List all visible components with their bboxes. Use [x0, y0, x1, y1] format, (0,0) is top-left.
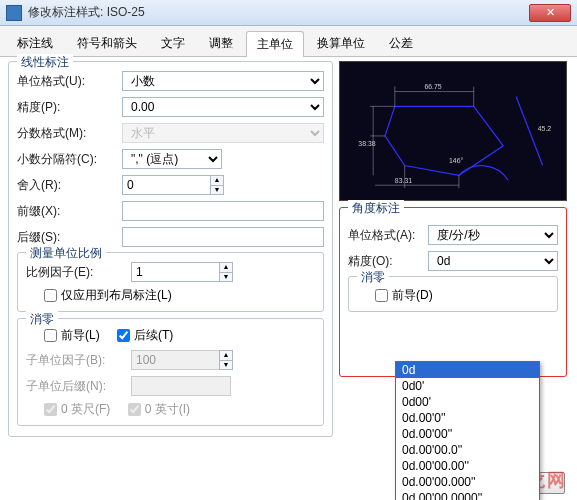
dropdown-option[interactable]: 0d.00'00.00'' — [396, 458, 539, 474]
suffix-input[interactable] — [122, 227, 324, 247]
prefix-label: 前缀(X): — [17, 203, 122, 220]
dropdown-option[interactable]: 0d00' — [396, 394, 539, 410]
spin-down-icon[interactable]: ▼ — [220, 273, 232, 282]
unit-format-label: 单位格式(U): — [17, 73, 122, 90]
linear-dim-group: 线性标注 单位格式(U): 小数 精度(P): 0.00 分数格式(M): 水平… — [8, 61, 333, 437]
tab-tolerances[interactable]: 公差 — [378, 30, 424, 56]
sub-suffix-input — [131, 376, 231, 396]
suffix-label: 后缀(S): — [17, 229, 122, 246]
scale-factor-label: 比例因子(E): — [26, 264, 131, 281]
close-button[interactable]: ✕ — [529, 4, 571, 22]
precision-label: 精度(P): — [17, 99, 122, 116]
dropdown-option[interactable]: 0d — [396, 362, 539, 378]
zero-title: 消零 — [26, 311, 58, 328]
scale-factor-input[interactable] — [131, 262, 219, 282]
tab-fit[interactable]: 调整 — [198, 30, 244, 56]
zero-suppress-group: 消零 前导(L) 后续(T) 子单位因子(B): ▲▼ — [17, 318, 324, 426]
svg-text:66.75: 66.75 — [424, 83, 441, 90]
sub-factor-spinner: ▲▼ — [131, 350, 315, 370]
dropdown-option[interactable]: 0d0' — [396, 378, 539, 394]
dropdown-option[interactable]: 0d.00'00.0'' — [396, 442, 539, 458]
angle-precision-dropdown[interactable]: 0d 0d0' 0d00' 0d.00'0'' 0d.00'00'' 0d.00… — [395, 361, 540, 500]
scale-factor-spinner[interactable]: ▲▼ — [131, 262, 315, 282]
sub-suffix-label: 子单位后缀(N): — [26, 378, 131, 395]
spin-down-icon[interactable]: ▼ — [211, 186, 223, 195]
svg-text:83.31: 83.31 — [395, 177, 412, 184]
tab-lines[interactable]: 标注线 — [6, 30, 64, 56]
leading-checkbox[interactable]: 前导(L) — [44, 327, 100, 344]
angle-unit-label: 单位格式(A): — [348, 227, 428, 244]
layout-only-checkbox[interactable]: 仅应用到布局标注(L) — [44, 287, 172, 304]
window-title: 修改标注样式: ISO-25 — [28, 4, 145, 21]
app-icon — [6, 5, 22, 21]
tab-strip: 标注线 符号和箭头 文字 调整 主单位 换算单位 公差 — [0, 26, 577, 57]
fraction-format-select: 水平 — [122, 123, 324, 143]
dropdown-option[interactable]: 0d.00'00'' — [396, 426, 539, 442]
feet-checkbox: 0 英尺(F) — [44, 401, 110, 418]
decimal-sep-label: 小数分隔符(C): — [17, 151, 122, 168]
prefix-input[interactable] — [122, 201, 324, 221]
scale-group: 测量单位比例 比例因子(E): ▲▼ 仅应用到布局标注(L) — [17, 252, 324, 312]
angle-zero-title: 消零 — [357, 269, 389, 286]
angle-precision-select[interactable]: 0d — [428, 251, 558, 271]
tab-primary-units[interactable]: 主单位 — [246, 31, 304, 57]
angle-leading-checkbox[interactable]: 前导(D) — [375, 287, 433, 304]
title-bar: 修改标注样式: ISO-25 ✕ — [0, 0, 577, 26]
fraction-format-label: 分数格式(M): — [17, 125, 122, 142]
svg-text:45.2: 45.2 — [538, 125, 552, 132]
inch-checkbox: 0 英寸(I) — [128, 401, 190, 418]
spin-down-icon: ▼ — [220, 361, 232, 370]
angle-dim-group: 角度标注 单位格式(A): 度/分/秒 精度(O): 0d 消零 前导(D) — [339, 207, 567, 377]
spin-up-icon[interactable]: ▲ — [220, 263, 232, 273]
tab-text[interactable]: 文字 — [150, 30, 196, 56]
spin-up-icon: ▲ — [220, 351, 232, 361]
svg-text:38.38: 38.38 — [358, 140, 375, 147]
decimal-sep-select[interactable]: "," (逗点) — [122, 149, 222, 169]
tab-symbols[interactable]: 符号和箭头 — [66, 30, 148, 56]
linear-dim-title: 线性标注 — [17, 54, 73, 71]
dropdown-option[interactable]: 0d.00'0'' — [396, 410, 539, 426]
round-label: 舍入(R): — [17, 177, 122, 194]
scale-title: 测量单位比例 — [26, 245, 106, 262]
preview-pane: 66.75 38.38 45.2 146° 83.31 — [339, 61, 567, 201]
unit-format-select[interactable]: 小数 — [122, 71, 324, 91]
angle-precision-label: 精度(O): — [348, 253, 428, 270]
angle-zero-group: 消零 前导(D) — [348, 276, 558, 312]
sub-factor-input — [131, 350, 219, 370]
precision-select[interactable]: 0.00 — [122, 97, 324, 117]
sub-factor-label: 子单位因子(B): — [26, 352, 131, 369]
angle-dim-title: 角度标注 — [348, 200, 404, 217]
round-input[interactable] — [122, 175, 210, 195]
tab-alt-units[interactable]: 换算单位 — [306, 30, 376, 56]
spin-up-icon[interactable]: ▲ — [211, 176, 223, 186]
svg-text:146°: 146° — [449, 157, 463, 164]
dropdown-option[interactable]: 0d.00'00.0000'' — [396, 490, 539, 500]
round-spinner[interactable]: ▲▼ — [122, 175, 324, 195]
angle-unit-select[interactable]: 度/分/秒 — [428, 225, 558, 245]
dropdown-option[interactable]: 0d.00'00.000'' — [396, 474, 539, 490]
trailing-checkbox[interactable]: 后续(T) — [117, 327, 173, 344]
